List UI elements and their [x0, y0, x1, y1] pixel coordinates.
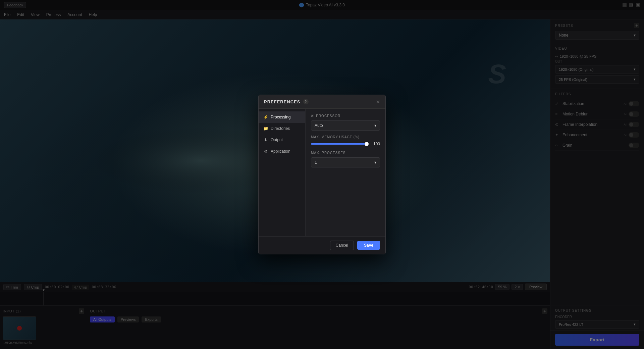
processes-label: MAX. PROCESSES	[311, 151, 380, 155]
memory-slider-row: 100	[311, 142, 380, 146]
nav-output[interactable]: ⬇ Output	[259, 134, 305, 146]
directories-icon: 📁	[263, 126, 268, 131]
directories-label: Directories	[271, 126, 290, 131]
chevron-down-icon-processes: ▾	[374, 160, 376, 165]
nav-application[interactable]: ⚙ Application	[259, 146, 305, 157]
modal-nav: ⚡ Processing 📁 Directories ⬇ Output ⚙ Ap…	[259, 109, 306, 236]
memory-slider-track[interactable]	[311, 143, 367, 145]
memory-label: MAX. MEMORY USAGE (%)	[311, 135, 380, 139]
application-icon: ⚙	[263, 149, 268, 154]
modal-title: PREFERENCES ?	[264, 99, 309, 104]
help-button[interactable]: ?	[303, 99, 309, 104]
ai-processor-dropdown[interactable]: Auto ▾	[311, 120, 380, 131]
modal-content: AI PROCESSOR Auto ▾ MAX. MEMORY USAGE (%…	[306, 109, 385, 236]
modal-overlay: PREFERENCES ? ✕ ⚡ Processing 📁 Directori…	[0, 0, 644, 349]
cancel-button[interactable]: Cancel	[330, 241, 354, 250]
modal-header: PREFERENCES ? ✕	[259, 95, 385, 109]
output-nav-label: Output	[271, 138, 283, 142]
ai-processor-value: Auto	[315, 123, 323, 128]
chevron-down-icon-processor: ▾	[374, 123, 376, 128]
memory-slider-fill	[311, 143, 367, 145]
application-label: Application	[271, 149, 290, 154]
processes-value: 1	[315, 160, 317, 165]
processing-label: Processing	[271, 115, 290, 119]
memory-slider-thumb[interactable]	[365, 142, 369, 146]
output-icon: ⬇	[263, 138, 268, 142]
nav-processing[interactable]: ⚡ Processing	[259, 111, 305, 123]
modal-footer: Cancel Save	[259, 236, 385, 254]
processing-icon: ⚡	[263, 115, 268, 119]
processes-dropdown[interactable]: 1 ▾	[311, 157, 380, 167]
save-button[interactable]: Save	[357, 241, 380, 250]
ai-processor-label: AI PROCESSOR	[311, 114, 380, 118]
memory-value: 100	[370, 142, 380, 146]
modal-close-button[interactable]: ✕	[376, 99, 380, 104]
modal-body: ⚡ Processing 📁 Directories ⬇ Output ⚙ Ap…	[259, 109, 385, 236]
nav-directories[interactable]: 📁 Directories	[259, 123, 305, 134]
preferences-modal: PREFERENCES ? ✕ ⚡ Processing 📁 Directori…	[258, 95, 386, 254]
